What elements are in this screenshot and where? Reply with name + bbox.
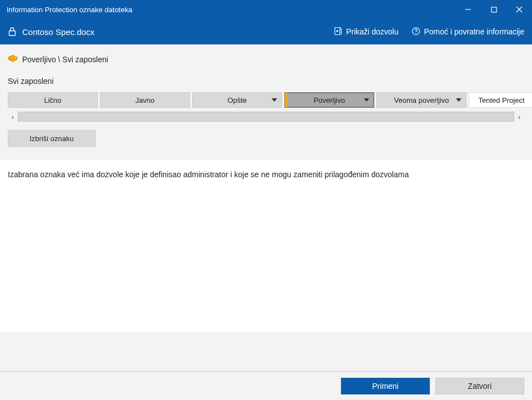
chevron-down-icon bbox=[272, 98, 277, 102]
svg-point-8 bbox=[416, 33, 416, 33]
label-scrollbar: ‹ › bbox=[8, 111, 524, 122]
label-option[interactable]: Javno bbox=[100, 92, 190, 108]
close-window-button[interactable] bbox=[506, 0, 532, 19]
section-heading: Svi zaposleni bbox=[8, 77, 524, 86]
label-option[interactable]: Lično bbox=[8, 92, 98, 108]
window-titlebar: Information Protection oznake datoteka bbox=[0, 0, 532, 19]
label-option[interactable]: Poverljivo bbox=[284, 92, 374, 108]
tag-icon bbox=[8, 54, 18, 64]
label-option-text: Poverljivo bbox=[314, 96, 345, 104]
permission-icon bbox=[334, 27, 343, 37]
file-name: Contoso Spec.docx bbox=[22, 27, 320, 37]
label-option-text: Veoma poverljivo bbox=[394, 96, 449, 104]
chevron-down-icon bbox=[456, 98, 461, 102]
svg-rect-1 bbox=[491, 7, 496, 12]
chevron-down-icon bbox=[364, 98, 369, 102]
maximize-button[interactable] bbox=[481, 0, 506, 19]
minimize-button[interactable] bbox=[455, 0, 481, 19]
close-button[interactable]: Zatvori bbox=[435, 378, 524, 394]
footer-bar: Primeni Zatvori bbox=[0, 371, 532, 400]
show-permission-label: Prikaži dozvolu bbox=[346, 27, 398, 36]
help-feedback-label: Pomoć i povratne informacije bbox=[424, 27, 524, 36]
scroll-track[interactable] bbox=[18, 112, 514, 122]
label-option[interactable]: Tented Project bbox=[469, 92, 532, 108]
window-title: Information Protection oznake datoteka bbox=[7, 6, 455, 14]
apply-button[interactable]: Primeni bbox=[341, 378, 430, 394]
label-option-text: Javno bbox=[135, 96, 155, 104]
info-text: Izabrana oznaka već ima dozvole koje je … bbox=[8, 170, 524, 179]
help-feedback-link[interactable]: Pomoć i povratne informacije bbox=[411, 27, 524, 37]
label-option-text: Opšte bbox=[228, 96, 247, 104]
help-icon bbox=[411, 27, 420, 37]
content-area: Poverljivo \ Svi zaposleni Svi zaposleni… bbox=[0, 44, 532, 371]
label-option-text: Tented Project bbox=[478, 96, 524, 104]
show-permission-link[interactable]: Prikaži dozvolu bbox=[334, 27, 398, 37]
delete-label-button[interactable]: Izbriši oznaku bbox=[8, 130, 96, 147]
svg-point-6 bbox=[337, 30, 338, 31]
label-option-text: Lično bbox=[44, 96, 61, 104]
info-panel: Izabrana oznaka već ima dozvole koje je … bbox=[0, 160, 532, 332]
lock-icon bbox=[8, 27, 17, 37]
header-bar: Contoso Spec.docx Prikaži dozvolu Pomoć … bbox=[0, 19, 532, 44]
scroll-right-button[interactable]: › bbox=[514, 111, 524, 122]
label-bar: LičnoJavnoOpštePoverljivoVeoma poverljiv… bbox=[8, 92, 524, 108]
svg-rect-4 bbox=[9, 31, 16, 36]
label-option[interactable]: Veoma poverljivo bbox=[377, 92, 466, 108]
label-option[interactable]: Opšte bbox=[192, 92, 282, 108]
current-label-path: Poverljivo \ Svi zaposleni bbox=[8, 54, 524, 64]
scroll-left-button[interactable]: ‹ bbox=[8, 111, 18, 122]
current-label-text: Poverljivo \ Svi zaposleni bbox=[22, 55, 108, 64]
svg-point-9 bbox=[15, 57, 16, 58]
